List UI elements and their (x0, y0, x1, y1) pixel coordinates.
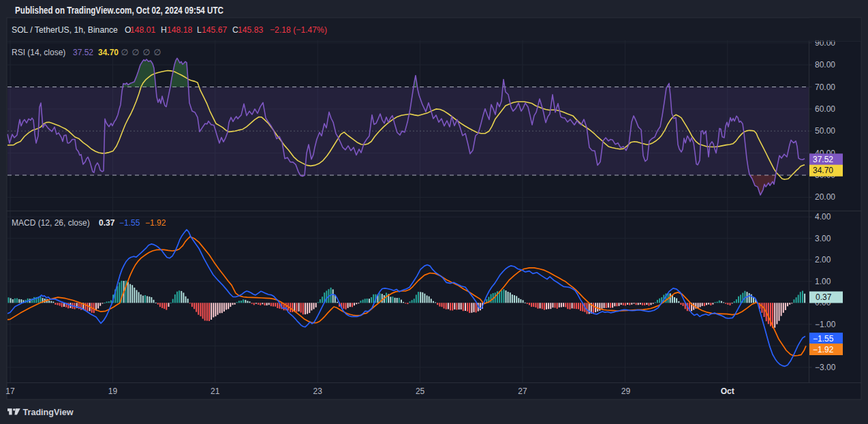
svg-text:0.37: 0.37 (99, 218, 115, 228)
svg-text:148.18: 148.18 (167, 25, 192, 35)
svg-text:RSI (14, close): RSI (14, close) (12, 48, 65, 57)
svg-text:20.00: 20.00 (815, 192, 835, 202)
svg-text:∅: ∅ (143, 48, 151, 57)
svg-text:1.00: 1.00 (815, 277, 831, 286)
svg-text:80.00: 80.00 (815, 60, 835, 70)
svg-text:Oct: Oct (721, 387, 734, 396)
svg-text:2.00: 2.00 (815, 255, 831, 264)
svg-text:−1.00: −1.00 (815, 320, 836, 329)
svg-text:17: 17 (5, 387, 15, 396)
svg-text:50.00: 50.00 (815, 126, 835, 136)
svg-text:23: 23 (313, 387, 323, 396)
svg-text:37.52: 37.52 (73, 48, 93, 57)
svg-text:19: 19 (108, 387, 118, 396)
svg-text:−2.18 (−1.47%): −2.18 (−1.47%) (270, 25, 327, 35)
svg-text:21: 21 (211, 387, 220, 396)
svg-text:L: L (197, 25, 202, 35)
svg-text:29: 29 (621, 387, 631, 396)
svg-text:Published on TradingView.com,: Published on TradingView.com, Oct 02, 20… (15, 5, 223, 16)
svg-text:27: 27 (518, 387, 527, 396)
svg-text:145.83: 145.83 (238, 25, 263, 35)
svg-text:4.00: 4.00 (815, 212, 831, 222)
svg-text:−1.92: −1.92 (145, 218, 166, 228)
svg-text:SOL / TetherUS, 1h, Binance: SOL / TetherUS, 1h, Binance (12, 25, 118, 35)
svg-text:70.00: 70.00 (815, 82, 835, 92)
svg-text:−1.55: −1.55 (813, 334, 834, 344)
svg-text:34.70: 34.70 (813, 166, 833, 175)
svg-text:34.70: 34.70 (98, 48, 119, 57)
svg-text:60.00: 60.00 (815, 104, 835, 114)
svg-text:25: 25 (416, 387, 425, 396)
svg-text:TradingView: TradingView (23, 407, 74, 417)
svg-text:148.01: 148.01 (130, 25, 155, 35)
svg-text:∅: ∅ (132, 48, 140, 57)
svg-text:∅: ∅ (121, 48, 129, 57)
svg-text:H: H (161, 25, 167, 35)
svg-text:0.37: 0.37 (816, 292, 832, 302)
svg-text:145.67: 145.67 (202, 25, 227, 35)
svg-text:3.00: 3.00 (815, 234, 831, 243)
svg-text:−1.92: −1.92 (813, 345, 834, 354)
svg-text:MACD (12, 26, close): MACD (12, 26, close) (12, 218, 90, 228)
svg-text:∅: ∅ (154, 48, 161, 57)
svg-text:37.52: 37.52 (813, 155, 833, 164)
svg-text:−3.00: −3.00 (815, 363, 836, 372)
svg-text:−1.55: −1.55 (119, 218, 140, 228)
